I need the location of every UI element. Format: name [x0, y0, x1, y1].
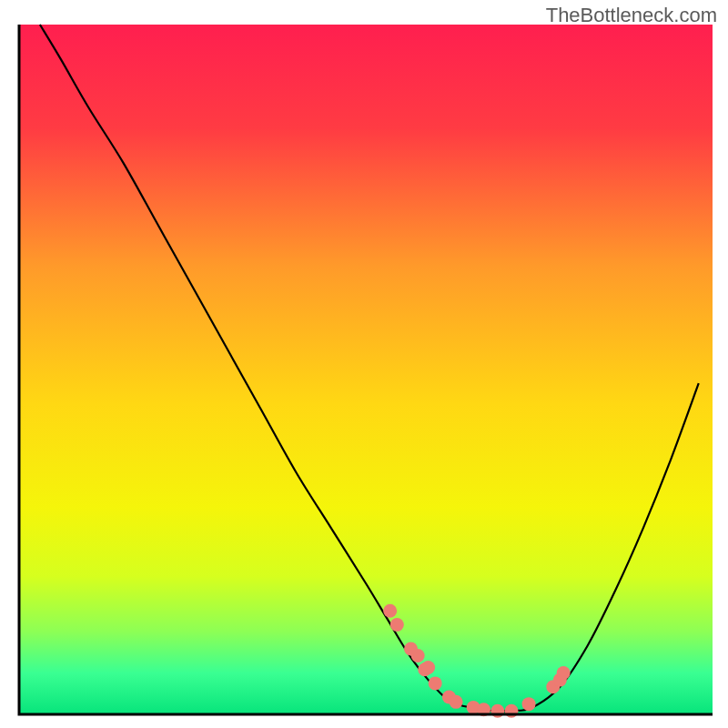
data-point	[383, 604, 397, 618]
plot-background	[19, 25, 713, 714]
data-point	[429, 676, 442, 690]
bottleneck-chart	[0, 0, 728, 728]
data-point	[390, 618, 404, 632]
chart-container: TheBottleneck.com	[0, 0, 728, 728]
data-point	[522, 697, 536, 711]
data-point	[557, 666, 571, 680]
watermark-text: TheBottleneck.com	[546, 4, 717, 27]
data-point	[421, 661, 435, 674]
data-point	[404, 642, 418, 655]
data-point	[450, 695, 463, 709]
